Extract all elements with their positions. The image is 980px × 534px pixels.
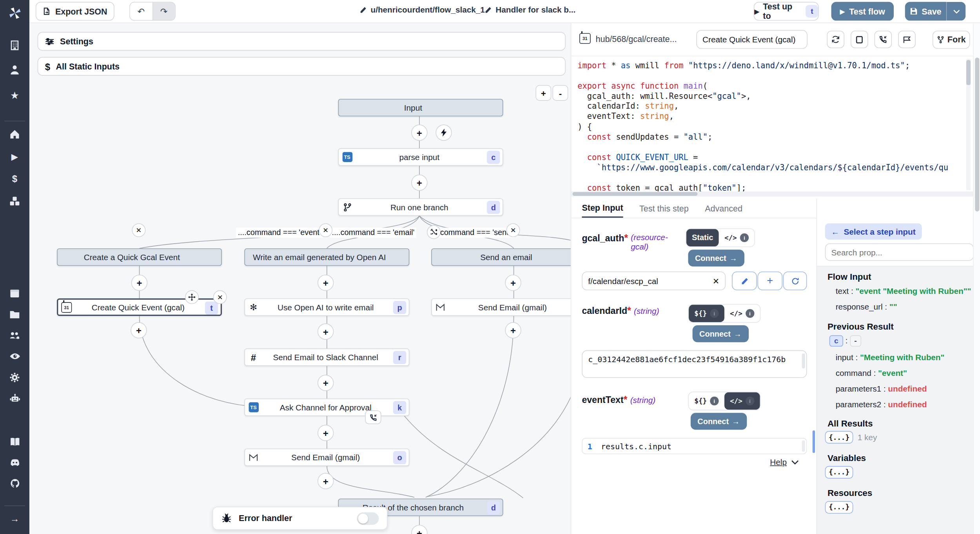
- eventtext-mode-toggle[interactable]: ${}i </>i: [688, 392, 760, 410]
- error-handler-card[interactable]: Error handler: [212, 507, 387, 530]
- info-icon[interactable]: i: [710, 309, 719, 318]
- page-scrollbar[interactable]: [973, 22, 980, 534]
- docs-book-icon[interactable]: [0, 437, 29, 447]
- redo-button[interactable]: ↷: [152, 2, 175, 20]
- object-badge[interactable]: {...}: [825, 501, 853, 513]
- inner-scrollbar[interactable]: [802, 440, 805, 452]
- sleep-step-button[interactable]: [898, 31, 916, 48]
- prop-row[interactable]: parameters1 : undefined: [836, 384, 927, 394]
- code-horizontal-scrollbar[interactable]: [571, 191, 980, 197]
- prop-row[interactable]: text : "event "Meeting with Ruben"": [836, 286, 971, 296]
- fork-button[interactable]: Fork: [933, 31, 970, 49]
- edit-resource-button[interactable]: [732, 272, 757, 290]
- variables-row[interactable]: {...}: [825, 465, 853, 478]
- collapse-arrow-right-icon[interactable]: →: [0, 513, 29, 523]
- undo-button[interactable]: ↶: [130, 2, 152, 20]
- eventtext-connect-button[interactable]: Connect→: [691, 413, 747, 430]
- step-node-ask-channel-approval[interactable]: TS Ask Channel for Approval k: [244, 399, 409, 416]
- collapse-badge[interactable]: -: [850, 335, 861, 347]
- search-prop-input[interactable]: [825, 243, 974, 261]
- runs-play-icon[interactable]: ▶: [0, 151, 29, 162]
- gcal-auth-connect-button[interactable]: Connect→: [688, 250, 744, 266]
- suspend-step-button[interactable]: [875, 31, 892, 48]
- step-name-input[interactable]: [696, 30, 808, 49]
- clear-icon[interactable]: ✕: [713, 276, 719, 286]
- variables-dollar-icon[interactable]: $: [0, 173, 29, 184]
- code-editor[interactable]: import * as wmill from "https://deno.lan…: [571, 56, 971, 193]
- discord-icon[interactable]: [0, 457, 29, 468]
- step-node-send-email-gmail-right[interactable]: Send Email (gmail): [431, 299, 571, 316]
- remove-branch-button[interactable]: [319, 223, 332, 237]
- save-button[interactable]: Save: [905, 2, 946, 21]
- calendarid-value-input[interactable]: c_0312442e881ae6fcf1dec23f54916a389f1c17…: [582, 350, 807, 378]
- test-flow-button[interactable]: ▶ Test flow: [831, 2, 894, 21]
- add-step-button[interactable]: [318, 275, 334, 291]
- step-id-badge[interactable]: c: [829, 335, 843, 347]
- refresh-resource-button[interactable]: [783, 272, 807, 290]
- eventtext-expression-editor[interactable]: 1 results.c.input: [582, 438, 807, 454]
- prop-row[interactable]: parameters2 : undefined: [836, 400, 927, 409]
- tab-advanced[interactable]: Advanced: [705, 199, 742, 218]
- branch-header-gcal[interactable]: Create a Quick Gcal Event: [57, 248, 222, 266]
- flow-input-node[interactable]: Input: [338, 99, 503, 117]
- branch-header-openai[interactable]: Write an email generated by Open AI: [244, 248, 409, 266]
- prop-row[interactable]: input : "Meeting with Ruben": [836, 353, 945, 362]
- select-step-input-button[interactable]: ← Select a step input: [825, 223, 922, 239]
- trigger-bolt-button[interactable]: [436, 124, 452, 140]
- branch-condition-label[interactable]: ....command === 'send': [430, 228, 514, 238]
- help-link[interactable]: Help: [770, 457, 799, 467]
- flow-path-breadcrumb[interactable]: u/henricourdent/flow_slack_1: [359, 5, 485, 15]
- schedules-calendar-icon[interactable]: [0, 288, 29, 298]
- groups-users-icon[interactable]: [0, 330, 29, 341]
- code-mode-segment[interactable]: </>: [730, 309, 742, 317]
- windmill-logo-icon[interactable]: [0, 6, 29, 20]
- remove-branch-button[interactable]: [132, 223, 145, 237]
- export-json-button[interactable]: Export JSON: [36, 2, 114, 21]
- flow-summary-breadcrumb[interactable]: Handler for slack b...: [485, 5, 576, 15]
- user-icon[interactable]: [0, 64, 29, 75]
- audit-eye-icon[interactable]: [0, 351, 29, 361]
- gcal-auth-mode-toggle[interactable]: Static </>i: [686, 228, 755, 247]
- add-step-button[interactable]: [505, 322, 521, 338]
- object-badge[interactable]: {...}: [825, 466, 853, 478]
- step-node-parse-input[interactable]: TS parse input c: [338, 148, 503, 166]
- static-mode-segment[interactable]: Static: [686, 229, 719, 247]
- favorites-star-icon[interactable]: ★: [0, 89, 29, 101]
- add-step-button[interactable]: [131, 275, 147, 291]
- code-mode-segment[interactable]: </>: [724, 234, 737, 242]
- form-scrollbar-thumb[interactable]: [813, 430, 815, 453]
- expand-editor-button[interactable]: [851, 31, 868, 48]
- prop-row[interactable]: response_url : "": [836, 302, 897, 312]
- settings-gear-icon[interactable]: [0, 372, 29, 383]
- step-node-send-email-slack[interactable]: # Send Email to Slack Channel r: [244, 348, 409, 366]
- branch-compare-button[interactable]: [427, 225, 441, 239]
- add-step-button[interactable]: [318, 425, 334, 441]
- flow-canvas[interactable]: Settings $ All Static Inputs + - Input T…: [29, 22, 571, 534]
- info-icon[interactable]: i: [740, 233, 749, 242]
- prop-row[interactable]: command : "event": [836, 368, 907, 378]
- add-step-button[interactable]: [411, 175, 427, 191]
- all-results-row[interactable]: {...} 1 key: [825, 431, 877, 444]
- info-icon[interactable]: i: [746, 309, 754, 318]
- test-up-to-button[interactable]: ▶ Test up to t: [754, 2, 819, 21]
- resources-cubes-icon[interactable]: [0, 196, 29, 206]
- prop-row[interactable]: c : -: [829, 335, 861, 347]
- add-resource-button[interactable]: +: [757, 272, 782, 290]
- template-mode-segment[interactable]: ${}: [694, 397, 707, 405]
- add-step-button[interactable]: [131, 322, 147, 338]
- add-step-button[interactable]: [318, 473, 334, 489]
- workers-robot-icon[interactable]: [0, 393, 29, 403]
- workspace-building-icon[interactable]: [0, 40, 29, 51]
- branch-condition-label[interactable]: ....command === 'event': [236, 228, 323, 238]
- suspend-approval-button[interactable]: [365, 410, 381, 424]
- add-step-button[interactable]: [411, 124, 427, 140]
- tab-test-this-step[interactable]: Test this step: [639, 199, 689, 218]
- code-mode-segment[interactable]: </>: [730, 397, 742, 405]
- home-icon[interactable]: [0, 129, 29, 139]
- add-step-button[interactable]: [505, 275, 521, 291]
- calendarid-mode-toggle[interactable]: ${}i </>i: [688, 304, 760, 323]
- resources-row[interactable]: {...}: [825, 501, 853, 514]
- error-handler-toggle[interactable]: [357, 512, 379, 525]
- calendarid-connect-button[interactable]: Connect→: [693, 325, 749, 342]
- template-mode-segment[interactable]: ${}: [694, 309, 707, 317]
